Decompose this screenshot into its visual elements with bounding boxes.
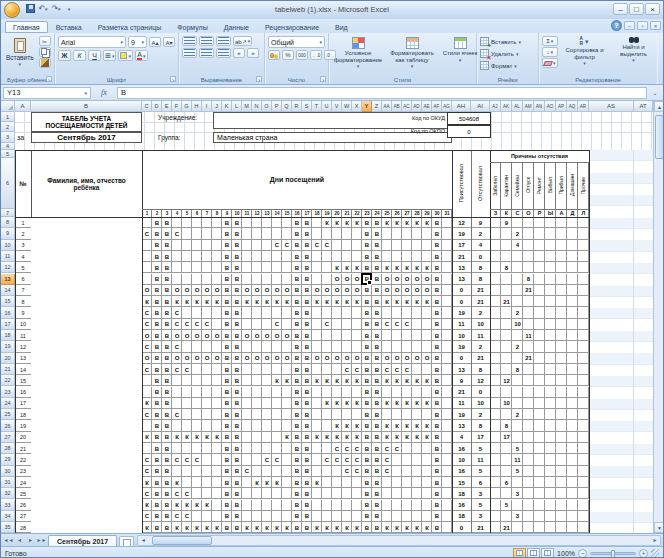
col-header-AM[interactable]: AM	[523, 101, 534, 112]
day-cell[interactable]: С	[182, 364, 192, 375]
day-cell[interactable]: С	[352, 443, 362, 454]
day-number-21[interactable]: 21	[342, 209, 352, 217]
day-cell[interactable]: С	[352, 466, 362, 477]
col-header-T[interactable]: T	[312, 101, 322, 112]
present-count[interactable]: 19	[452, 341, 471, 352]
col-header-P[interactable]: P	[272, 101, 282, 112]
day-cell[interactable]: К	[352, 375, 362, 386]
day-cell[interactable]: К	[192, 432, 202, 443]
day-cell[interactable]: В	[292, 262, 302, 273]
day-cell[interactable]: В	[222, 274, 232, 285]
clipboard-dialog-launcher[interactable]: ↘	[46, 76, 52, 82]
day-cell[interactable]: В	[432, 240, 442, 251]
reason-code-Д[interactable]: Д	[567, 209, 578, 217]
day-cell[interactable]: О	[192, 330, 202, 341]
num-cell[interactable]: 7	[15, 285, 31, 296]
day-cell[interactable]: В	[302, 285, 312, 296]
table-row-18[interactable]: 18СВВСВВВВВВВ1922	[1, 409, 653, 420]
row-header-1[interactable]: 1	[1, 112, 15, 122]
day-cell[interactable]: В	[432, 307, 442, 318]
minimize-button[interactable]: –	[613, 3, 628, 15]
row-header-8[interactable]: 8	[1, 217, 15, 228]
vertical-scroll-thumb[interactable]	[655, 115, 664, 159]
row-header-35[interactable]: 35	[1, 522, 15, 533]
fill-button[interactable]: ↓▾	[542, 47, 558, 57]
day-cell[interactable]: О	[352, 285, 362, 296]
day-cell[interactable]: С	[242, 466, 252, 477]
day-cell[interactable]: К	[142, 432, 152, 443]
col-header-AP[interactable]: AP	[556, 101, 567, 112]
row-header-30[interactable]: 30	[1, 466, 15, 477]
day-cell[interactable]: С	[172, 341, 182, 352]
day-cell[interactable]: К	[412, 398, 422, 409]
day-cell[interactable]: В	[162, 511, 172, 522]
table-row-21[interactable]: 21ВВВВВВСССВВССВ1655	[1, 443, 653, 454]
present-count[interactable]: 0	[452, 522, 471, 533]
day-cell[interactable]: В	[372, 330, 382, 341]
day-cell[interactable]: В	[222, 398, 232, 409]
table-row-7[interactable]: 7ОВВОООООВВОООООВВОООООВВОООООВ02121	[1, 285, 653, 296]
present-count[interactable]: 19	[452, 228, 471, 239]
day-cell[interactable]: В	[222, 319, 232, 330]
font-color-button[interactable]: А▾	[135, 50, 148, 61]
day-cell[interactable]: К	[282, 522, 292, 533]
absent-count[interactable]: 21	[471, 296, 490, 307]
day-cell[interactable]: В	[232, 228, 242, 239]
reason-code-Ы[interactable]: Ы	[545, 209, 556, 217]
day-cell[interactable]: К	[422, 432, 432, 443]
day-cell[interactable]: О	[392, 285, 402, 296]
day-cell[interactable]: С	[322, 319, 332, 330]
table-row-22[interactable]: 22СВВСССВВССВВССССВВСВ101111	[1, 454, 653, 465]
day-cell[interactable]: В	[232, 420, 242, 431]
day-cell[interactable]: О	[272, 330, 282, 341]
row-header-7[interactable]: 7	[1, 209, 15, 217]
day-cell[interactable]: В	[222, 364, 232, 375]
doc-month-cell[interactable]: Сентябрь 2017	[31, 132, 142, 143]
reason-count[interactable]: 11	[523, 330, 534, 341]
day-cell[interactable]: В	[152, 364, 162, 375]
day-cell[interactable]: В	[372, 454, 382, 465]
align-left-button[interactable]	[182, 48, 197, 58]
day-cell[interactable]: В	[302, 353, 312, 364]
day-cell[interactable]: С	[172, 511, 182, 522]
font-dialog-launcher[interactable]: ↘	[170, 76, 176, 82]
table-row-28[interactable]: 28КВВКККККВВКККККВВКККККВВКККККВ02121	[1, 522, 653, 533]
day-cell[interactable]: К	[412, 296, 422, 307]
day-cell[interactable]: В	[372, 217, 382, 228]
scroll-up-icon[interactable]: ▲	[654, 101, 664, 112]
day-cell[interactable]: К	[272, 522, 282, 533]
align-bottom-button[interactable]	[216, 36, 231, 46]
day-cell[interactable]: К	[202, 522, 212, 533]
num-cell[interactable]: 22	[15, 454, 31, 465]
maximize-button[interactable]: □	[629, 3, 644, 15]
present-count[interactable]: 13	[452, 364, 471, 375]
day-cell[interactable]: О	[342, 274, 352, 285]
col-header-Z[interactable]: Z	[372, 101, 382, 112]
group-label[interactable]: Группа:	[158, 134, 180, 141]
absent-count[interactable]: 10	[471, 319, 490, 330]
table-row-27[interactable]: 27СВВССВВВВВВВ1833	[1, 511, 653, 522]
name-header[interactable]: Фамилия, имя, отчество ребёнка	[31, 150, 142, 217]
day-cell[interactable]: В	[222, 330, 232, 341]
present-count[interactable]: 10	[452, 454, 471, 465]
absent-count[interactable]: 21	[471, 353, 490, 364]
day-cell[interactable]: В	[152, 522, 162, 533]
bold-button[interactable]: Ж	[58, 50, 71, 61]
col-header-AR[interactable]: AR	[578, 101, 589, 112]
absent-count[interactable]: 21	[471, 522, 490, 533]
row-header-23[interactable]: 23	[1, 387, 15, 398]
day-cell[interactable]: В	[162, 398, 172, 409]
day-cell[interactable]: В	[372, 375, 382, 386]
reason-code-О[interactable]: О	[523, 209, 534, 217]
day-cell[interactable]: О	[202, 285, 212, 296]
day-cell[interactable]: С	[142, 319, 152, 330]
day-cell[interactable]: С	[142, 454, 152, 465]
day-cell[interactable]: В	[372, 420, 382, 431]
day-number-15[interactable]: 15	[282, 209, 292, 217]
day-cell[interactable]: К	[382, 217, 392, 228]
day-cell[interactable]: В	[232, 387, 242, 398]
row-header-21[interactable]: 21	[1, 364, 15, 375]
day-cell[interactable]: В	[232, 488, 242, 499]
day-cell[interactable]: В	[292, 330, 302, 341]
num-cell[interactable]: 16	[15, 387, 31, 398]
